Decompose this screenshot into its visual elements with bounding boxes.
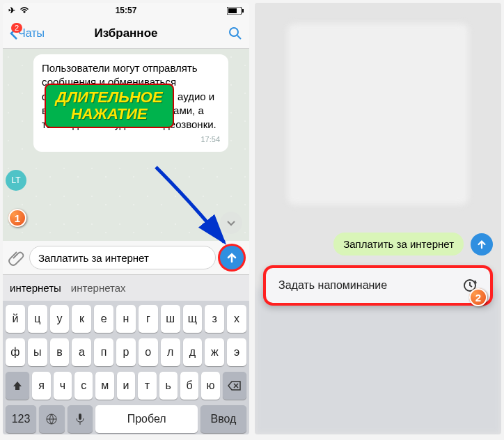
mic-icon: [75, 413, 85, 425]
step-badge-1: 1: [8, 209, 26, 227]
send-button-right[interactable]: [471, 233, 493, 256]
key-з[interactable]: з: [205, 305, 224, 333]
key-д[interactable]: д: [183, 338, 203, 366]
svg-line-4: [237, 36, 241, 39]
suggestion-1[interactable]: интернеты: [10, 282, 61, 294]
key-с[interactable]: с: [74, 372, 93, 400]
key-й[interactable]: й: [6, 305, 25, 333]
status-bar: ✈ 15:57: [3, 3, 249, 18]
key-ь[interactable]: ь: [159, 372, 178, 400]
paperclip-icon: [8, 249, 25, 266]
key-в[interactable]: в: [50, 338, 70, 366]
key-г[interactable]: г: [139, 305, 158, 333]
key-о[interactable]: о: [139, 338, 158, 366]
blurred-content: [288, 24, 468, 205]
svg-rect-6: [79, 414, 81, 420]
key-ж[interactable]: ж: [205, 338, 224, 366]
step-badge-2: 2: [469, 288, 487, 306]
search-icon: [228, 26, 242, 40]
key-е[interactable]: е: [94, 305, 113, 333]
key-у[interactable]: у: [50, 305, 70, 333]
key-к[interactable]: к: [72, 305, 91, 333]
attach-button[interactable]: [8, 249, 25, 266]
key-mic[interactable]: [68, 405, 93, 433]
key-ц[interactable]: ц: [28, 305, 47, 333]
key-ч[interactable]: ч: [54, 372, 72, 400]
phone-right: Заплатить за интернет Задать напоминание…: [255, 3, 501, 434]
key-р[interactable]: р: [116, 338, 136, 366]
key-shift[interactable]: [6, 372, 29, 400]
avatar[interactable]: LT: [6, 170, 26, 191]
key-щ[interactable]: щ: [183, 305, 203, 333]
key-а[interactable]: а: [72, 338, 91, 366]
key-и[interactable]: и: [117, 372, 135, 400]
key-ш[interactable]: ш: [161, 305, 180, 333]
arrow-annotation: [142, 160, 239, 258]
key-л[interactable]: л: [161, 338, 180, 366]
key-т[interactable]: т: [138, 372, 156, 400]
kbd-row-3: ячсмитьбю: [6, 372, 246, 400]
callout-label: ДЛИТЕЛЬНОЕ НАЖАТИЕ: [45, 84, 174, 128]
key-ы[interactable]: ы: [28, 338, 47, 366]
key-enter[interactable]: Ввод: [200, 405, 246, 433]
key-б[interactable]: б: [180, 372, 198, 400]
kbd-row-1: йцукенгшщзх: [6, 305, 246, 333]
kbd-row-2: фывапролджэ: [6, 338, 246, 366]
suggestion-bar: интернеты интернетах: [3, 274, 249, 301]
arrow-up-icon: [476, 239, 487, 250]
draft-chip: Заплатить за интернет: [333, 233, 464, 256]
chat-title: Избранное: [3, 26, 249, 40]
key-backspace[interactable]: [223, 372, 246, 400]
wifi-icon: [19, 7, 29, 14]
key-э[interactable]: э: [227, 338, 246, 366]
key-п[interactable]: п: [94, 338, 113, 366]
key-ф[interactable]: ф: [6, 338, 25, 366]
key-х[interactable]: х: [227, 305, 246, 333]
suggestion-2[interactable]: интернетах: [71, 282, 126, 294]
airplane-mode-icon: ✈: [8, 6, 15, 15]
key-globe[interactable]: [39, 405, 65, 433]
kbd-row-bottom: 123 Пробел Ввод: [6, 405, 246, 433]
key-я[interactable]: я: [32, 372, 50, 400]
status-time: 15:57: [116, 6, 137, 15]
key-ю[interactable]: ю: [201, 372, 219, 400]
search-button[interactable]: [228, 26, 242, 40]
svg-point-3: [230, 28, 238, 36]
set-reminder-option[interactable]: Задать напоминание: [263, 265, 493, 306]
phone-left: ✈ 15:57 2 Чаты Избранное LT Пользователи: [3, 3, 249, 434]
keyboard: йцукенгшщзх фывапролджэ ячсмитьбю 123 Пр…: [3, 301, 249, 434]
nav-bar: 2 Чаты Избранное: [3, 18, 249, 49]
reminder-label: Задать напоминание: [278, 279, 387, 292]
battery-icon: [227, 7, 244, 15]
message-time: 17:54: [42, 134, 220, 145]
key-м[interactable]: м: [95, 372, 113, 400]
chat-area: LT Пользователи могут отправлять сообщен…: [3, 49, 249, 241]
svg-rect-2: [228, 8, 237, 13]
key-space[interactable]: Пробел: [95, 405, 198, 433]
key-123[interactable]: 123: [6, 405, 36, 433]
svg-rect-1: [242, 9, 244, 13]
key-н[interactable]: н: [116, 305, 136, 333]
globe-icon: [45, 413, 58, 425]
